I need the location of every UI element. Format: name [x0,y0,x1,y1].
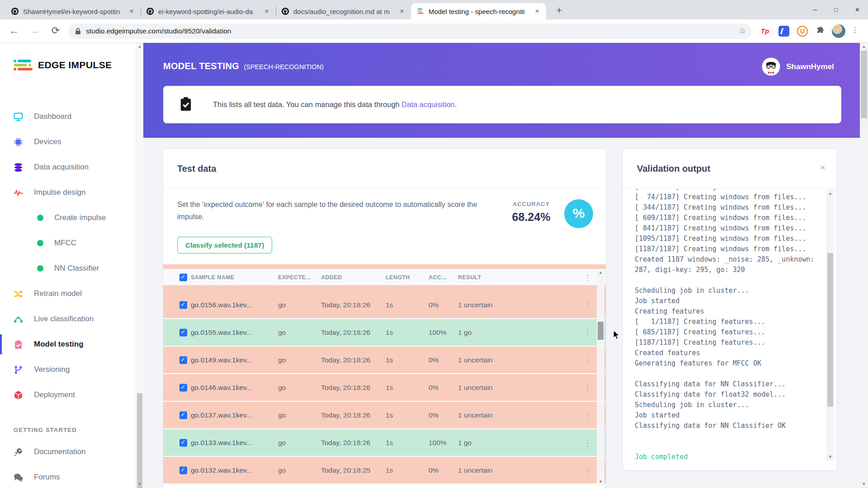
console-scrollbar[interactable]: ▲ ▼ [826,190,834,461]
extension-blue-icon[interactable] [778,26,789,37]
chip-icon [14,137,24,147]
sidebar-scrollbar[interactable]: ▲ ▼ [136,43,143,488]
browser-tab[interactable]: ShawnHymel/ei-keyword-spottin✕ [5,3,141,19]
extension-ublock-icon[interactable]: U [797,26,808,37]
row-menu-button[interactable]: ⋮ [584,383,591,392]
browser-menu-icon[interactable]: ⋮ [851,26,859,34]
tab-close-button[interactable]: ✕ [262,7,271,16]
column-header[interactable]: SAMPLE NAME [191,274,235,281]
close-icon[interactable]: ✕ [820,164,826,172]
sidebar-item-live-classification[interactable]: Live classification [0,306,136,332]
browser-profile-avatar[interactable] [832,24,845,38]
window-maximize-button[interactable]: □ [826,0,847,19]
row-menu-button[interactable]: ⋮ [584,300,591,310]
scrollbar-thumb[interactable] [861,51,867,118]
sample-name-cell: go.0146.wav.1kev... [191,384,252,392]
sidebar-item-dashboard[interactable]: Dashboard [0,104,136,129]
row-checkbox[interactable] [179,439,187,446]
scroll-down-arrow[interactable]: ▼ [860,480,868,488]
app-frame: EDGE IMPULSE DashboardDevicesData acquis… [0,43,868,488]
sidebar-subitem-nn-classifier[interactable]: NN Classifier [0,256,136,281]
sidebar-item-impulse-design[interactable]: Impulse design [0,180,136,205]
window-close-button[interactable]: ✕ [847,0,868,19]
console-line: Classifying data for NN Classifier OK [635,421,822,431]
column-header[interactable]: ADDED [321,274,342,281]
sidebar-item-deployment[interactable]: Deployment [0,382,136,408]
scroll-up-arrow[interactable]: ▲ [136,43,143,51]
row-checkbox[interactable] [179,301,187,309]
status-dot-icon [37,265,43,272]
browser-tab[interactable]: Model testing - speech-recogniti✕ [411,3,546,19]
address-bar[interactable]: studio.edgeimpulse.com/studio/9520/valid… [68,23,751,39]
scroll-down-arrow[interactable]: ▼ [826,453,834,461]
console-line: [ 609/1187] Creating windows from files.… [635,213,822,223]
accuracy-cell: 100% [429,439,447,447]
row-checkbox[interactable] [179,466,187,474]
console-line: Job completed [635,452,822,462]
sidebar-item-versioning[interactable]: Versioning [0,357,136,382]
sidebar-item-documentation[interactable]: Documentation [0,439,136,465]
row-checkbox[interactable] [179,328,187,336]
console-output: [ 1/1187] Creating windows from files...… [635,189,822,464]
scroll-up-arrow[interactable]: ▲ [860,43,868,51]
table-row[interactable]: go.0133.wav.1kev...goToday, 20:18:261s10… [163,429,606,456]
scroll-down-arrow[interactable]: ▼ [136,480,143,488]
test-data-title: Test data [177,149,216,188]
scroll-up-arrow[interactable]: ▲ [826,190,834,197]
table-row[interactable]: go.0156.wav.1kev...goToday, 20:18:261s0%… [163,291,606,318]
sidebar-item-retrain-model[interactable]: Retrain model [0,281,136,306]
table-scrollbar[interactable]: ▲ ▼ [597,269,604,486]
new-tab-button[interactable]: + [552,4,566,18]
row-checkbox[interactable] [179,411,187,419]
tab-close-button[interactable]: ✕ [397,7,406,16]
edge-impulse-logo[interactable]: EDGE IMPULSE [13,58,112,72]
refresh-button[interactable]: ⟳ [48,19,63,43]
column-header[interactable]: ACC... [429,274,447,281]
table-row[interactable]: go.0146.wav.1kev...goToday, 20:18:261s0%… [163,374,606,401]
bookmark-star-icon[interactable]: ☆ [739,23,746,39]
sidebar-item-devices[interactable]: Devices [0,129,136,155]
table-menu-button[interactable]: ⋮ [584,272,591,282]
scrollbar-thumb[interactable] [827,253,833,407]
classify-selected-button[interactable]: Classify selected (1187) [177,237,272,253]
scroll-down-arrow[interactable]: ▼ [597,478,604,486]
table-row[interactable]: go.0137.wav.1kev...goToday, 20:18:261s0%… [163,402,606,428]
page-scrollbar[interactable]: ▲ ▼ [860,43,868,488]
select-all-checkbox[interactable] [179,273,187,281]
scrollbar-thumb[interactable] [137,393,142,488]
browser-tab[interactable]: docs/audio_recognition.md at m✕ [276,3,411,19]
tab-close-button[interactable]: ✕ [127,7,136,16]
row-menu-button[interactable]: ⋮ [584,328,591,337]
forward-button[interactable]: → [27,19,42,43]
row-menu-button[interactable]: ⋮ [584,465,591,475]
sidebar-item-data-acquisition[interactable]: Data acquisition [0,155,136,180]
browser-tab[interactable]: ei-keyword-spotting/ei-audio-da✕ [141,3,276,19]
github-favicon [281,7,289,15]
tab-close-button[interactable]: ✕ [533,7,542,16]
data-acquisition-link[interactable]: Data acquisition [401,100,454,108]
sidebar-item-forums[interactable]: Forums [0,465,136,488]
window-minimize-button[interactable]: ─ [804,0,826,19]
sidebar-subitem-mfcc[interactable]: MFCC [0,230,136,256]
row-checkbox[interactable] [179,356,187,364]
scroll-up-arrow[interactable]: ▲ [597,269,604,277]
row-checkbox[interactable] [179,384,187,391]
row-menu-button[interactable]: ⋮ [584,410,591,420]
back-button[interactable]: ← [6,19,22,43]
row-menu-button[interactable]: ⋮ [584,438,591,447]
extension-tp-icon[interactable]: Tp [760,26,770,37]
user-chip[interactable]: ShawnHymel [762,57,834,76]
column-header[interactable]: RESULT [458,274,481,281]
sidebar-item-model-testing[interactable]: Model testing [0,332,136,357]
table-row[interactable]: go.0155.wav.1kev...goToday, 20:18:261s10… [163,319,606,346]
banner-suffix: . [455,100,457,108]
scrollbar-thumb[interactable] [598,322,604,340]
sidebar-subitem-create-impulse[interactable]: Create impulse [0,205,136,230]
row-menu-button[interactable]: ⋮ [584,355,591,365]
extensions-puzzle-icon[interactable] [815,26,826,37]
column-header[interactable]: EXPECTE... [278,274,311,281]
table-row[interactable]: go.0149.wav.1kev...goToday, 20:18:261s0%… [163,347,606,373]
column-header[interactable]: LENGTH [386,274,410,281]
table-row[interactable]: go.0132.wav.1kev...goToday, 20:18:251s0%… [163,457,606,483]
github-favicon [146,7,154,15]
